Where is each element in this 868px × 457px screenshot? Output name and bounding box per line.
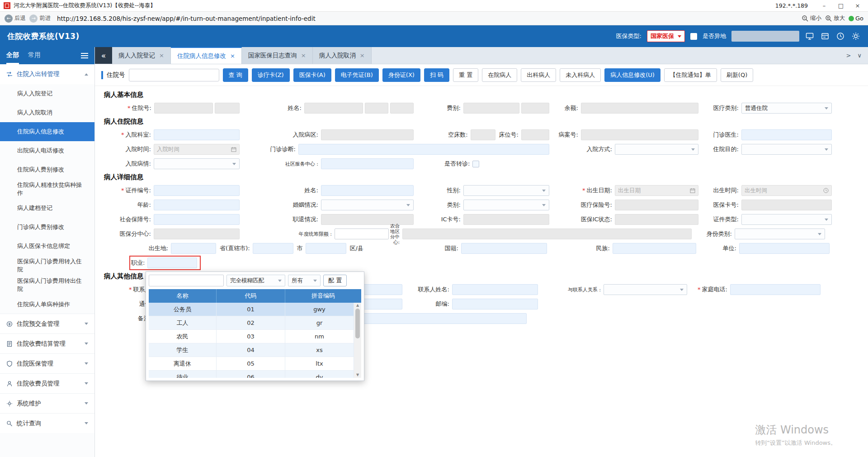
e-certificate-button[interactable]: 电子凭证(B) bbox=[335, 68, 379, 82]
patient-name-field[interactable] bbox=[304, 103, 363, 114]
province-field[interactable] bbox=[253, 243, 293, 254]
sidebar-group-deposit-mgmt[interactable]: 住院预交金管理 bbox=[0, 314, 94, 333]
menu-toggle-icon[interactable] bbox=[81, 47, 88, 64]
workstation-icon[interactable] bbox=[805, 31, 815, 41]
zoom-in-button[interactable]: 放大 bbox=[825, 14, 845, 22]
occupation-row[interactable]: 待业06dy bbox=[149, 371, 354, 378]
refresh-button[interactable]: 刷新(Q) bbox=[721, 68, 753, 82]
category-select[interactable] bbox=[463, 200, 549, 210]
admit-time-field[interactable]: 入院时间 bbox=[154, 144, 240, 155]
admit-condition-select[interactable] bbox=[154, 158, 240, 169]
outpatient-diagnosis-field[interactable] bbox=[298, 144, 549, 155]
sidebar-group-settlement-mgmt[interactable]: 住院收费结算管理 bbox=[0, 333, 94, 353]
cert-no-field[interactable] bbox=[154, 185, 240, 196]
sidebar-item-outpatient-fee-transfer-in[interactable]: 医保病人门诊费用转入住院 bbox=[0, 256, 94, 275]
inpatient-no-field[interactable] bbox=[154, 103, 213, 114]
not-in-dept-patients-button[interactable]: 未入科病人 bbox=[560, 68, 601, 82]
fee-type-sub-field[interactable] bbox=[521, 103, 549, 114]
unit-field[interactable] bbox=[739, 243, 830, 254]
url-text[interactable]: http://192.168.5.208/his-zysf-new/app/#/… bbox=[57, 15, 798, 22]
header-input[interactable] bbox=[731, 31, 799, 42]
marital-select[interactable] bbox=[321, 200, 414, 210]
occupation-row[interactable]: 公务员01gwy bbox=[149, 303, 354, 316]
filter-select[interactable]: 所有 bbox=[288, 275, 321, 286]
admit-purpose-select[interactable] bbox=[741, 144, 832, 155]
clinic-card-button[interactable]: 诊疗卡(Z) bbox=[252, 68, 290, 82]
detail-name-field[interactable] bbox=[321, 185, 414, 196]
go-button[interactable]: Go bbox=[849, 15, 863, 22]
sidebar-item-fee-type-edit[interactable]: 住院病人费别修改 bbox=[0, 160, 94, 179]
sidebar-item-single-disease-op[interactable]: 住院病人单病种操作 bbox=[0, 295, 94, 314]
age-field[interactable] bbox=[154, 200, 240, 210]
identity-type-select[interactable] bbox=[735, 228, 825, 239]
bed-no-field[interactable] bbox=[521, 129, 549, 140]
contact-relation-select[interactable] bbox=[604, 284, 687, 295]
tab-insurance-log-query[interactable]: 国家医保日志查询× bbox=[242, 47, 313, 64]
column-header-code[interactable]: 代码 bbox=[217, 289, 285, 303]
sidebar-item-admission-cancel[interactable]: 病人入院取消 bbox=[0, 103, 94, 122]
forward-button[interactable]: →前进 bbox=[29, 14, 51, 23]
ethnicity-field[interactable] bbox=[613, 243, 696, 254]
collapse-sidebar-button[interactable]: « bbox=[95, 47, 112, 64]
rural-center-field[interactable] bbox=[402, 228, 692, 239]
annual-limit-field[interactable] bbox=[335, 228, 389, 239]
insurance-center-field[interactable] bbox=[154, 228, 240, 239]
sidebar-group-statistics-query[interactable]: 统计查询 bbox=[0, 413, 94, 433]
community-center-field[interactable] bbox=[321, 158, 414, 169]
is-referral-checkbox[interactable] bbox=[472, 161, 479, 167]
sidebar-tab-all[interactable]: 全部 bbox=[6, 47, 19, 64]
sidebar-item-poverty-assist-op[interactable]: 住院病人精准扶贫病种操作 bbox=[0, 179, 94, 199]
patient-info-edit-button[interactable]: 病人信息修改(U) bbox=[604, 68, 660, 82]
close-button[interactable]: × bbox=[851, 2, 864, 9]
admission-notice-button[interactable]: 【住院通知】单 bbox=[664, 68, 717, 82]
column-header-name[interactable]: 名称 bbox=[149, 289, 217, 303]
medical-category-select[interactable]: 普通住院 bbox=[741, 103, 832, 114]
admit-way-select[interactable] bbox=[615, 144, 698, 155]
close-tab-icon[interactable]: × bbox=[230, 52, 235, 59]
scrollbar-thumb[interactable] bbox=[355, 309, 360, 338]
birth-date-field[interactable]: 出生日期 bbox=[615, 185, 698, 196]
document-icon[interactable] bbox=[820, 31, 830, 41]
minimize-button[interactable]: – bbox=[817, 2, 831, 9]
sidebar-group-cashier-mgmt[interactable]: 住院收费员管理 bbox=[0, 373, 94, 393]
sidebar-item-inpatient-info-edit[interactable]: 住院病人信息修改 bbox=[0, 122, 94, 141]
out-dept-patients-button[interactable]: 出科病人 bbox=[521, 68, 556, 82]
sidebar-group-insurance-mgmt[interactable]: 住院医保管理 bbox=[0, 353, 94, 373]
scroll-down-icon[interactable]: ▼ bbox=[356, 373, 359, 377]
match-mode-select[interactable]: 完全模糊匹配 bbox=[226, 275, 285, 286]
occupation-row[interactable]: 农民03nm bbox=[149, 330, 354, 343]
tab-list-icon[interactable]: ∨ bbox=[857, 52, 862, 59]
popup-scrollbar[interactable]: ▲ ▼ bbox=[354, 303, 361, 378]
insurance-card-button[interactable]: 医保卡(A) bbox=[293, 68, 331, 82]
settings-icon[interactable] bbox=[851, 31, 861, 41]
fee-type-field[interactable] bbox=[463, 103, 519, 114]
gender-select[interactable] bbox=[463, 185, 549, 196]
outpatient-doctor-field[interactable] bbox=[741, 129, 832, 140]
patient-name-sub2-field[interactable] bbox=[390, 103, 414, 114]
query-button[interactable]: 查 询 bbox=[223, 68, 248, 82]
admit-ward-field[interactable] bbox=[321, 129, 414, 140]
column-header-pinyin[interactable]: 拼音编码 bbox=[285, 289, 361, 303]
patient-name-sub1-field[interactable] bbox=[365, 103, 388, 114]
social-security-no-field[interactable] bbox=[154, 214, 240, 225]
inpatient-no-suffix-field[interactable] bbox=[215, 103, 240, 114]
admit-dept-field[interactable] bbox=[154, 129, 240, 140]
tab-scroll-right-icon[interactable]: > bbox=[846, 52, 851, 59]
contact-name-field[interactable] bbox=[452, 284, 538, 295]
sidebar-item-patient-record-register[interactable]: 病人建档登记 bbox=[0, 199, 94, 218]
occupation-row[interactable]: 离退休05ltx bbox=[149, 357, 354, 371]
in-hospital-patients-button[interactable]: 在院病人 bbox=[482, 68, 517, 82]
occupation-row[interactable]: 学生04xs bbox=[149, 343, 354, 357]
postcode-field[interactable] bbox=[452, 299, 538, 309]
tab-inpatient-info-edit[interactable]: 住院病人信息修改× bbox=[171, 47, 242, 64]
scan-code-button[interactable]: 扫 码 bbox=[424, 68, 449, 82]
nationality-field[interactable] bbox=[461, 243, 547, 254]
occupation-field[interactable] bbox=[147, 257, 197, 268]
insurance-card-no-field[interactable] bbox=[741, 200, 832, 210]
city-field[interactable] bbox=[306, 243, 346, 254]
tab-admission-cancel[interactable]: 病人入院取消× bbox=[313, 47, 372, 64]
case-no-field[interactable] bbox=[581, 129, 698, 140]
birth-place-field[interactable] bbox=[171, 243, 216, 254]
sidebar-group-system-maintenance[interactable]: 系统维护 bbox=[0, 393, 94, 413]
balance-field[interactable] bbox=[581, 103, 698, 114]
